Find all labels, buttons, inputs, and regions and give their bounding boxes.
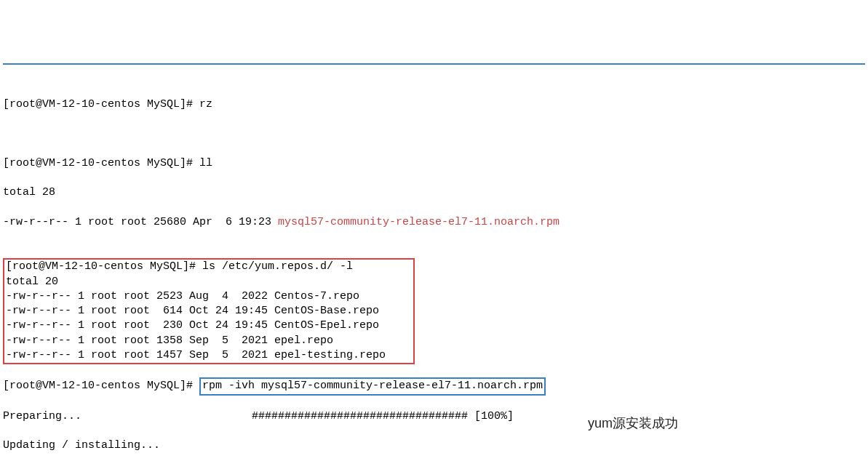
- ls-total: total 20: [6, 276, 58, 288]
- command-rpm: rpm -ivh mysql57-community-release-el7-1…: [202, 380, 543, 392]
- prompt: [root@VM-12-10-centos MySQL]#: [3, 157, 199, 169]
- prompt: [root@VM-12-10-centos MySQL]#: [3, 98, 199, 111]
- ls-entry: -rw-r--r-- 1 root root 230 Oct 24 19:45 …: [6, 319, 379, 332]
- terminal-line: [root@VM-12-10-centos MySQL]# ll: [3, 156, 865, 171]
- file-perms: -rw-r--r-- 1 root root 25680 Apr 6 19:23: [3, 216, 278, 228]
- rpm-output: Preparing... ###########################…: [3, 409, 865, 424]
- ls-entry: -rw-r--r-- 1 root root 1358 Sep 5 2021 e…: [6, 334, 333, 347]
- prompt: [root@VM-12-10-centos MySQL]#: [6, 260, 202, 273]
- rpm-output: Updating / installing...: [3, 438, 865, 453]
- ls-entry: -rw-r--r-- 1 root root 1457 Sep 5 2021 e…: [6, 349, 386, 361]
- ls-entry: -rw-r--r-- 1 root root 614 Oct 24 19:45 …: [6, 305, 379, 317]
- ll-file-line: -rw-r--r-- 1 root root 25680 Apr 6 19:23…: [3, 215, 865, 230]
- red-highlight-box-1: [root@VM-12-10-centos MySQL]# ls /etc/yu…: [3, 258, 415, 364]
- ls-entry: -rw-r--r-- 1 root root 2523 Aug 4 2022 C…: [6, 290, 359, 302]
- mysql-rpm-filename: mysql57-community-release-el7-11.noarch.…: [278, 216, 560, 228]
- command-ll: ll: [199, 157, 212, 169]
- blank-line: [3, 127, 865, 141]
- ll-total: total 28: [3, 185, 865, 200]
- command-ls-repo: ls /etc/yum.repos.d/ -l: [202, 260, 353, 273]
- top-border: [3, 63, 865, 65]
- terminal-line: [root@VM-12-10-centos MySQL]# rz: [3, 97, 865, 112]
- terminal-line: [root@VM-12-10-centos MySQL]# ls /etc/yu…: [6, 260, 412, 273]
- command-rz: rz: [199, 98, 212, 111]
- prompt: [root@VM-12-10-centos MySQL]#: [3, 380, 199, 392]
- annotation-yum-success: yum源安装成功: [588, 414, 678, 432]
- blue-highlight-rpm-cmd: rpm -ivh mysql57-community-release-el7-1…: [199, 377, 546, 395]
- terminal-line: [root@VM-12-10-centos MySQL]# rpm -ivh m…: [3, 378, 865, 394]
